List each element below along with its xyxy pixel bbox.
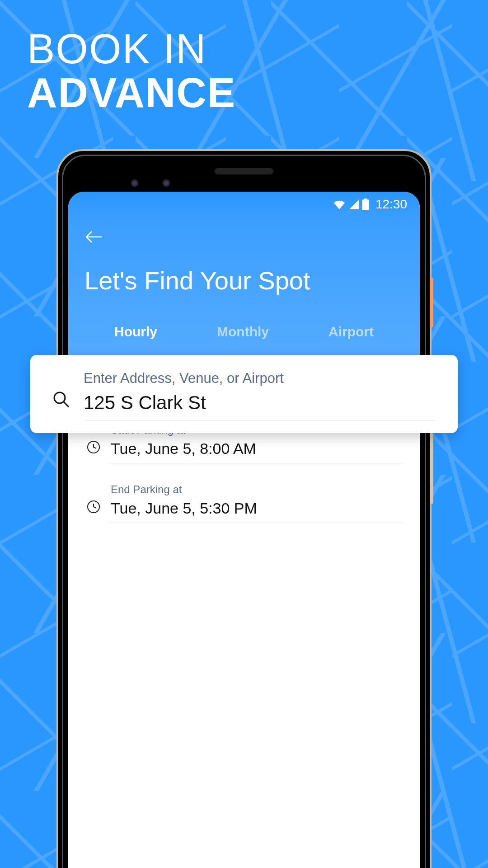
clock-icon xyxy=(86,440,101,456)
phone-camera-dot xyxy=(131,179,139,187)
end-time-value: Tue, June 5, 5:30 PM xyxy=(111,500,402,523)
status-bar: 12:30 xyxy=(68,192,420,217)
marketing-line2: ADVANCE xyxy=(27,71,236,115)
search-icon xyxy=(52,390,70,410)
phone-power-button xyxy=(430,278,433,327)
back-arrow-icon xyxy=(84,230,103,244)
end-time-label: End Parking at xyxy=(111,483,402,496)
clock-icon xyxy=(86,500,101,516)
phone-camera-dot xyxy=(162,179,170,187)
status-time: 12:30 xyxy=(375,197,407,212)
phone-speaker xyxy=(215,168,273,175)
start-time-value: Tue, June 5, 8:00 AM xyxy=(111,440,402,463)
tab-monthly[interactable]: Monthly xyxy=(212,321,273,342)
tabs: Hourly Monthly Airport xyxy=(84,321,404,342)
tab-airport[interactable]: Airport xyxy=(324,321,378,342)
page-title: Let's Find Your Spot xyxy=(84,266,404,295)
phone-frame: 12:30 Let's Find Your Spot Hourly Monthl… xyxy=(56,149,432,868)
search-input[interactable]: 125 S Clark St xyxy=(84,392,436,420)
battery-icon xyxy=(362,198,369,210)
phone-screen: 12:30 Let's Find Your Spot Hourly Monthl… xyxy=(68,192,420,868)
search-input-label: Enter Address, Venue, or Airport xyxy=(84,370,436,387)
end-time-field[interactable]: End Parking at Tue, June 5, 5:30 PM xyxy=(86,483,402,523)
wifi-icon xyxy=(333,199,346,209)
search-card[interactable]: Enter Address, Venue, or Airport 125 S C… xyxy=(30,355,458,433)
svg-rect-1 xyxy=(364,198,367,200)
marketing-line1: BOOK IN xyxy=(27,27,236,71)
tab-hourly[interactable]: Hourly xyxy=(110,321,162,342)
marketing-title: BOOK IN ADVANCE xyxy=(27,27,236,114)
signal-icon xyxy=(348,199,359,209)
svg-point-4 xyxy=(54,392,65,403)
svg-rect-0 xyxy=(362,199,369,210)
back-button[interactable] xyxy=(84,230,103,244)
app-header: Let's Find Your Spot Hourly Monthly Airp… xyxy=(68,217,420,360)
